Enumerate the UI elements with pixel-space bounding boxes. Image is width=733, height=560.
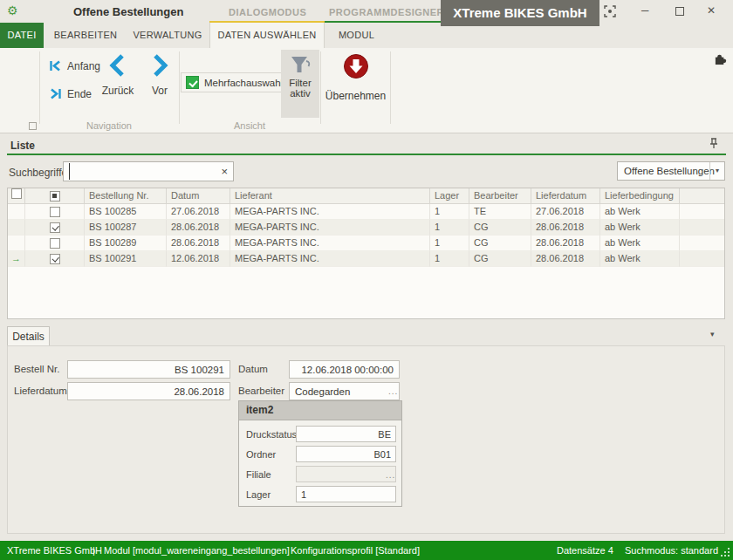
cell-lieferbedingung[interactable]: ab Werk: [600, 236, 680, 251]
pin-icon[interactable]: [709, 138, 719, 153]
nav-last-button[interactable]: Ende: [49, 87, 92, 100]
minimize-icon[interactable]: –: [641, 2, 648, 23]
bestell-nr-field[interactable]: [67, 360, 230, 379]
column-header[interactable]: Datum: [167, 188, 230, 204]
cell-lieferdatum[interactable]: 28.06.2018: [531, 251, 600, 267]
datum-field[interactable]: [289, 360, 400, 379]
cell-filler: [680, 220, 724, 236]
row-checkbox[interactable]: [50, 254, 60, 264]
nav-first-button[interactable]: Anfang: [49, 59, 100, 72]
programmdesigner-label[interactable]: PROGRAMMDESIGNER: [329, 7, 444, 17]
filiale-ellipsis-button[interactable]: ...: [386, 470, 395, 480]
cell-lager[interactable]: 1: [430, 236, 469, 251]
first-record-icon: [49, 59, 62, 72]
select-all-checkbox[interactable]: [11, 188, 22, 199]
row-checkbox[interactable]: [50, 238, 60, 249]
cell-datum[interactable]: 28.06.2018: [167, 220, 230, 236]
nav-forward-button[interactable]: Vor: [140, 53, 180, 97]
row-checkbox[interactable]: [50, 207, 60, 217]
tab-daten-auswaehlen[interactable]: DATEN AUSWÄHLEN: [209, 23, 325, 48]
dialogmodus-label[interactable]: DIALOGMODUS: [229, 7, 306, 17]
dialog-launcher-icon[interactable]: [29, 122, 37, 130]
status-separator: |: [92, 545, 95, 556]
column-header[interactable]: Lieferant: [230, 188, 430, 204]
cell-lieferant[interactable]: MEGA-PARTS INC.: [230, 204, 430, 220]
cell-datum[interactable]: 12.06.2018: [167, 251, 230, 267]
bearbeiter-ellipsis-button[interactable]: ...: [388, 386, 398, 396]
table-row[interactable]: BS 100287 28.06.2018 MEGA-PARTS INC. 1 C…: [8, 220, 724, 236]
column-header[interactable]: Bestellung Nr.: [85, 188, 167, 204]
cell-lieferbedingung[interactable]: ab Werk: [600, 251, 680, 267]
nav-back-button[interactable]: Zurück: [98, 53, 138, 97]
view-dropdown[interactable]: Offene Bestellungen ▾: [617, 161, 725, 181]
filter-aktiv-button[interactable]: Filter aktiv: [281, 50, 319, 118]
tab-modul[interactable]: MODUL: [325, 23, 388, 48]
forward-icon: [148, 53, 171, 78]
tab-bearbeiten[interactable]: BEARBEITEN: [48, 23, 123, 48]
cell-lager[interactable]: 1: [430, 220, 469, 236]
tab-verwaltung[interactable]: VERWALTUNG: [127, 23, 209, 48]
cell-bestellung-nr[interactable]: BS 100285: [85, 204, 167, 220]
column-header[interactable]: Bearbeiter: [469, 188, 531, 204]
cell-bearbeiter[interactable]: CG: [469, 220, 531, 236]
clear-search-icon[interactable]: ×: [221, 165, 228, 178]
cell-lieferdatum[interactable]: 27.06.2018: [531, 204, 600, 220]
search-label: Suchbegriffe: [9, 167, 67, 179]
row-checkbox-cell[interactable]: [25, 236, 85, 251]
table-row[interactable]: BS 100285 27.06.2018 MEGA-PARTS INC. 1 T…: [8, 204, 724, 220]
cell-lieferbedingung[interactable]: ab Werk: [600, 220, 680, 236]
cell-bearbeiter[interactable]: CG: [469, 236, 531, 251]
lager-field[interactable]: [296, 486, 396, 502]
table-row-current[interactable]: → BS 100291 12.06.2018 MEGA-PARTS INC. 1…: [8, 251, 724, 267]
nav-back-label: Zurück: [102, 85, 134, 97]
liste-accent-rule: [7, 154, 726, 155]
cell-bestellung-nr[interactable]: BS 100289: [85, 236, 167, 251]
chevron-down-icon[interactable]: ▾: [709, 162, 724, 180]
ordner-field[interactable]: [296, 446, 396, 462]
row-checkbox[interactable]: [50, 222, 60, 233]
cell-lieferbedingung[interactable]: ab Werk: [600, 204, 680, 220]
puzzle-icon[interactable]: [714, 52, 727, 68]
cell-bearbeiter[interactable]: CG: [469, 251, 531, 267]
cell-lieferant[interactable]: MEGA-PARTS INC.: [230, 220, 430, 236]
cell-lager[interactable]: 1: [430, 204, 469, 220]
row-checkbox-cell[interactable]: [25, 220, 85, 236]
cell-lieferant[interactable]: MEGA-PARTS INC.: [230, 251, 430, 267]
column-header[interactable]: Lager: [430, 188, 469, 204]
cell-lager[interactable]: 1: [430, 251, 469, 267]
nav-last-label: Ende: [67, 88, 92, 100]
row-checkbox-cell[interactable]: [25, 204, 85, 220]
row-checkbox-cell[interactable]: [25, 251, 85, 267]
search-box: ×: [63, 161, 234, 181]
lieferdatum-field[interactable]: [67, 382, 230, 400]
maximize-icon[interactable]: [675, 7, 684, 16]
cell-lieferant[interactable]: MEGA-PARTS INC.: [230, 236, 430, 251]
search-input[interactable]: [69, 163, 216, 180]
header-indicator-cell[interactable]: [8, 188, 25, 204]
column-header[interactable]: Lieferbedingung: [600, 188, 680, 204]
column-header[interactable]: Lieferdatum: [531, 188, 600, 204]
tab-datei[interactable]: DATEI: [0, 23, 44, 48]
tab-details[interactable]: Details: [7, 326, 50, 346]
ansicht-group-label: Ansicht: [179, 120, 320, 131]
cell-lieferdatum[interactable]: 28.06.2018: [531, 236, 600, 251]
indeterminate-checkbox-icon[interactable]: [50, 191, 60, 201]
druckstatus-field[interactable]: [296, 426, 396, 442]
current-row-arrow-icon: →: [11, 253, 21, 263]
cell-datum[interactable]: 28.06.2018: [167, 236, 230, 251]
cell-bestellung-nr[interactable]: BS 100287: [85, 220, 167, 236]
collapse-panel-icon[interactable]: ▾: [710, 330, 715, 338]
cell-lieferdatum[interactable]: 28.06.2018: [531, 220, 600, 236]
header-checkbox-cell[interactable]: [25, 188, 85, 204]
cell-bearbeiter[interactable]: TE: [469, 204, 531, 220]
table-row[interactable]: BS 100289 28.06.2018 MEGA-PARTS INC. 1 C…: [8, 236, 724, 251]
resize-grip[interactable]: [721, 548, 723, 550]
row-indicator-cell: →: [8, 251, 25, 267]
uebernehmen-button[interactable]: Übernehmen: [322, 50, 389, 102]
bearbeiter-field[interactable]: [289, 382, 400, 400]
filiale-field[interactable]: [296, 466, 396, 482]
mehrfachauswahl-checkbox[interactable]: Mehrfachauswahl: [181, 72, 288, 92]
cell-datum[interactable]: 27.06.2018: [167, 204, 230, 220]
cell-bestellung-nr[interactable]: BS 100291: [85, 251, 167, 267]
gear-icon[interactable]: ⚙: [7, 3, 18, 17]
